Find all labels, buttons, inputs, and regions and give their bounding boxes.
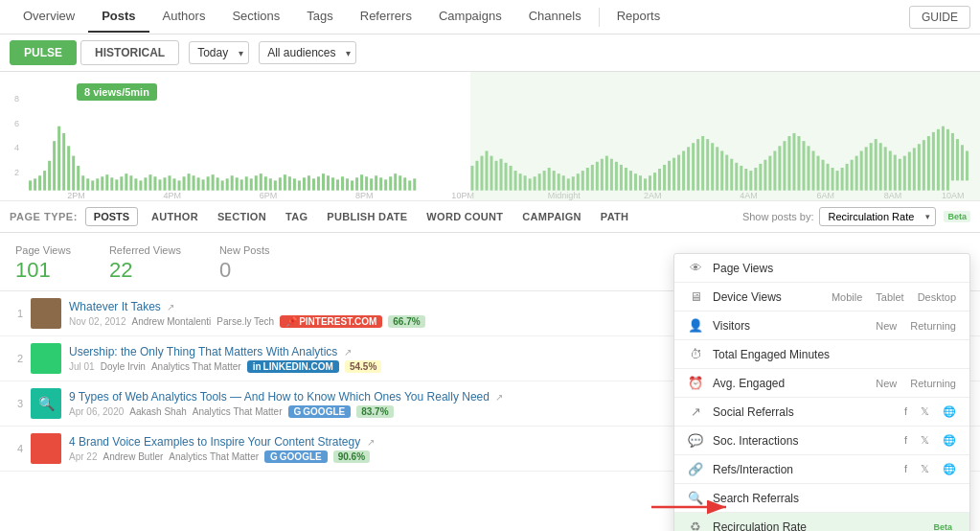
svg-rect-119	[581, 171, 584, 191]
new-option[interactable]: New	[876, 378, 897, 389]
nav-sections[interactable]: Sections	[218, 1, 293, 33]
globe-option[interactable]: 🌐	[943, 463, 956, 475]
returning-option[interactable]: Returning	[910, 320, 956, 332]
nav-posts[interactable]: Posts	[88, 1, 148, 33]
svg-rect-88	[379, 177, 382, 190]
svg-rect-187	[908, 151, 911, 190]
svg-rect-64	[264, 176, 267, 190]
dropdown-search-referrals[interactable]: 🔍 Search Referrals	[674, 484, 969, 512]
dropdown-item-label: Total Engaged Minutes	[713, 348, 956, 361]
twitter-option[interactable]: 𝕏	[921, 434, 929, 447]
post-source-tag: G GOOGLE	[264, 450, 328, 463]
guide-button[interactable]: GUIDE	[909, 6, 970, 29]
returning-option[interactable]: Returning	[910, 378, 956, 389]
pulse-tab[interactable]: PULSE	[10, 40, 77, 65]
mobile-option[interactable]: Mobile	[832, 291, 862, 303]
svg-rect-68	[284, 174, 286, 190]
nav-campaigns[interactable]: Campaigns	[425, 1, 515, 33]
dropdown-social-referrals[interactable]: ↗ Social Referrals f 𝕏 🌐	[674, 398, 969, 426]
stat-page-views-value: 101	[15, 258, 71, 283]
svg-rect-151	[735, 163, 738, 191]
facebook-option[interactable]: f	[904, 463, 907, 475]
filter-word-count[interactable]: WORD COUNT	[421, 208, 509, 225]
recirculation-beta-badge: Beta	[929, 521, 956, 532]
show-posts-select[interactable]: Recirculation Rate	[819, 207, 936, 226]
post-pct: 83.7%	[356, 405, 393, 418]
svg-rect-132	[644, 178, 647, 190]
twitter-option[interactable]: 𝕏	[921, 463, 929, 475]
svg-rect-104	[510, 166, 513, 191]
svg-rect-138	[672, 158, 675, 191]
dropdown-soc-interactions[interactable]: 💬 Soc. Interactions f 𝕏 🌐	[674, 427, 969, 454]
source-label: GOOGLE	[280, 451, 322, 462]
dropdown-refs-interaction[interactable]: 🔗 Refs/Interaction f 𝕏 🌐	[674, 455, 969, 483]
filter-section[interactable]: SECTION	[212, 208, 272, 225]
filter-campaign[interactable]: CAMPAIGN	[516, 208, 586, 225]
svg-rect-121	[591, 165, 594, 191]
dropdown-recirculation-rate[interactable]: ♻ Recirculation Rate Beta	[674, 513, 969, 531]
device-views-icon: 🖥	[688, 289, 703, 304]
external-link-icon: ↗	[367, 437, 375, 448]
svg-rect-153	[744, 169, 747, 191]
nav-overview[interactable]: Overview	[10, 1, 88, 33]
external-link-icon: ↗	[495, 392, 503, 403]
nav-authors[interactable]: Authors	[149, 1, 219, 33]
nav-reports[interactable]: Reports	[604, 1, 674, 33]
svg-rect-113	[553, 171, 556, 191]
svg-rect-191	[927, 136, 930, 191]
svg-rect-184	[894, 155, 897, 191]
svg-rect-74	[312, 178, 315, 190]
svg-rect-66	[274, 180, 277, 190]
dropdown-total-engaged[interactable]: ⏱ Total Engaged Minutes	[674, 340, 969, 368]
svg-rect-89	[384, 179, 387, 190]
facebook-option[interactable]: f	[904, 434, 907, 447]
dropdown-page-views[interactable]: 👁 Page Views	[674, 254, 969, 282]
filter-author[interactable]: AUTHOR	[146, 208, 204, 225]
beta-badge: Beta	[944, 211, 970, 222]
globe-option[interactable]: 🌐	[943, 434, 956, 447]
facebook-option[interactable]: f	[904, 405, 907, 418]
svg-rect-195	[946, 129, 949, 191]
show-posts-label: Show posts by:	[742, 211, 814, 222]
post-section: Analytics That Matter	[151, 361, 241, 372]
desktop-option[interactable]: Desktop	[918, 291, 956, 303]
period-select[interactable]: Today	[189, 41, 249, 64]
filter-publish-date[interactable]: PUBLISH DATE	[321, 208, 413, 225]
svg-rect-101	[495, 161, 498, 191]
svg-text:2: 2	[14, 168, 19, 177]
svg-rect-20	[53, 141, 56, 191]
svg-rect-150	[730, 159, 733, 191]
svg-text:Midnight: Midnight	[548, 191, 581, 200]
dropdown-avg-engaged[interactable]: ⏰ Avg. Engaged New Returning	[674, 369, 969, 397]
nav-channels[interactable]: Channels	[515, 1, 595, 33]
page-type-button[interactable]: POSTS	[85, 207, 138, 226]
twitter-option[interactable]: 𝕏	[921, 405, 929, 418]
svg-text:4PM: 4PM	[163, 191, 181, 200]
svg-rect-126	[615, 162, 618, 191]
new-option[interactable]: New	[876, 320, 897, 332]
globe-option[interactable]: 🌐	[943, 405, 956, 418]
filter-path[interactable]: PATH	[595, 208, 635, 225]
tablet-option[interactable]: Tablet	[876, 291, 903, 303]
svg-rect-199	[966, 150, 969, 180]
audience-select[interactable]: All audiences	[259, 41, 356, 64]
svg-rect-177	[860, 150, 863, 190]
svg-rect-102	[500, 159, 503, 191]
svg-rect-136	[663, 165, 666, 191]
dropdown-visitors[interactable]: 👤 Visitors New Returning	[674, 312, 969, 339]
nav-tags[interactable]: Tags	[293, 1, 346, 33]
svg-rect-60	[245, 176, 248, 190]
dropdown-sub-options: New Returning	[876, 320, 956, 332]
svg-rect-45	[173, 178, 176, 190]
svg-rect-29	[96, 178, 99, 190]
svg-rect-28	[91, 180, 94, 190]
svg-rect-194	[942, 127, 945, 191]
historical-tab[interactable]: HISTORICAL	[80, 40, 179, 65]
svg-text:8PM: 8PM	[355, 191, 374, 200]
stat-new-posts-label: New Posts	[219, 244, 270, 256]
svg-rect-175	[851, 160, 854, 191]
nav-referrers[interactable]: Referrers	[347, 1, 425, 33]
filter-tag[interactable]: TAG	[280, 208, 313, 225]
dropdown-device-views[interactable]: 🖥 Device Views Mobile Tablet Desktop	[674, 283, 969, 311]
svg-rect-162	[787, 136, 790, 191]
